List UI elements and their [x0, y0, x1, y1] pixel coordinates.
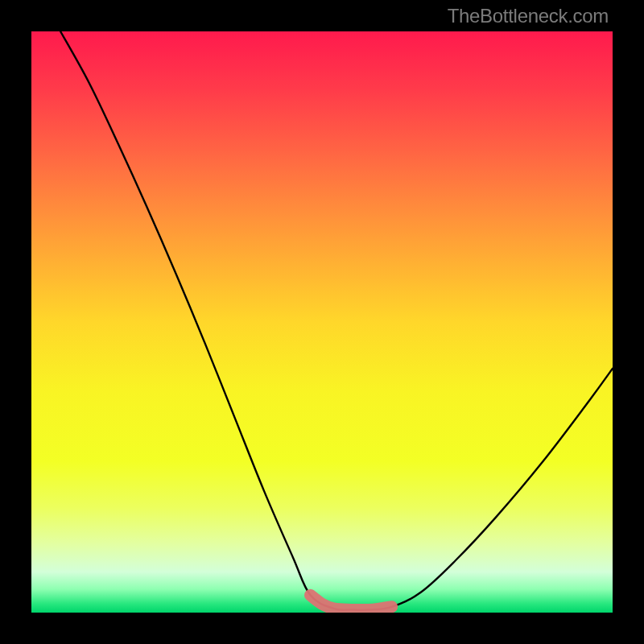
plot-area: [31, 31, 613, 613]
optimal-range-highlight: [31, 31, 613, 613]
chart-frame: TheBottleneck.com: [0, 0, 644, 644]
watermark-text: TheBottleneck.com: [448, 5, 609, 27]
